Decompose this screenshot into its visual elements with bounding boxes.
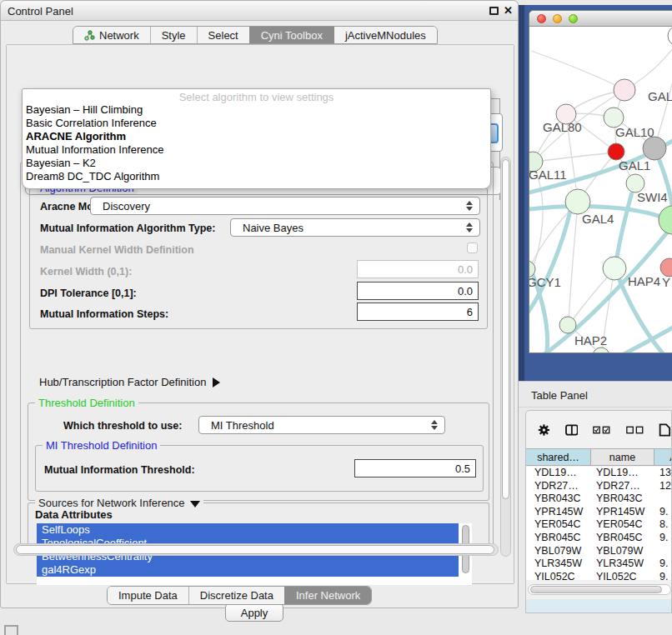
network-node-label: Y — [662, 275, 670, 289]
mi-threshold-label: Mutual Information Threshold: — [44, 464, 195, 476]
node-table[interactable]: YDL19…YDL19…13YDR27…YDR27…12YBR043CYBR04… — [526, 467, 672, 580]
column-header-shared-name[interactable]: shared… — [526, 449, 591, 465]
table-row[interactable]: YBL079WYBL079W — [526, 545, 672, 558]
scrollbar-thumb[interactable] — [16, 545, 494, 554]
table-row[interactable]: YDR27…YDR27…12 — [526, 480, 672, 493]
kernel-width-label: Kernel Width (0,1): — [40, 266, 132, 278]
settings-horizontal-scrollbar[interactable] — [13, 543, 499, 556]
document-icon[interactable] — [659, 422, 671, 438]
algorithm-option[interactable]: Mutual Information Inference — [23, 143, 490, 157]
unchecked-columns-icon[interactable] — [626, 425, 644, 435]
collapse-down-icon — [190, 501, 200, 508]
algorithm-option[interactable]: Bayesian – Hill Climbing — [23, 103, 490, 117]
table-row[interactable]: YLR345WYLR345W9. — [526, 558, 672, 571]
network-desktop-edge — [519, 5, 524, 381]
table-cell: 9. — [654, 532, 672, 545]
tab-network[interactable]: Network — [73, 27, 150, 43]
mi-threshold-definition-title: MI Threshold Definition — [43, 439, 160, 452]
minimize-traffic-icon[interactable] — [553, 14, 562, 23]
scrollbar-thumb[interactable] — [502, 159, 509, 499]
network-node[interactable] — [603, 257, 626, 280]
table-row[interactable]: YIL052CYIL052C9. — [526, 571, 672, 580]
network-node[interactable] — [668, 27, 672, 46]
scrollbar-thumb[interactable] — [530, 586, 662, 593]
network-node[interactable] — [593, 348, 609, 353]
network-edge-thick[interactable] — [615, 192, 632, 268]
control-panel-window: Control Panel ✕ Network Style Select Cyn… — [0, 0, 519, 608]
threshold-definition-group: Threshold Definition Which threshold to … — [28, 402, 489, 501]
cyni-bottom-tabbar: Impute Data Discretize Data Infer Networ… — [107, 586, 372, 605]
algorithm-option[interactable]: Dream8 DC_TDC Algorithm — [23, 170, 490, 183]
manual-kernel-checkbox[interactable] — [467, 242, 478, 253]
column-header-name[interactable]: name — [591, 449, 654, 465]
close-traffic-icon[interactable] — [537, 14, 546, 23]
apply-button[interactable]: Apply — [225, 603, 283, 622]
settings-vertical-scrollbar[interactable] — [500, 157, 511, 557]
tab-discretize-data[interactable]: Discretize Data — [188, 587, 284, 604]
network-edge[interactable] — [534, 152, 615, 162]
table-row[interactable]: YBR043CYBR043C — [526, 492, 672, 506]
table-panel-titlebar[interactable]: Table Panel — [519, 381, 672, 408]
network-node[interactable] — [659, 206, 672, 234]
cyni-algorithm-settings-group: Cyni Algorithm Settings Algorithm Defini… — [20, 162, 494, 553]
table-cell: YBR043C — [526, 492, 591, 506]
algorithm-option[interactable]: ARACNE Algorithm — [23, 130, 490, 143]
table-row[interactable]: YER054CYER054C8. — [526, 518, 672, 532]
aracne-mode-combobox[interactable]: Discovery — [90, 197, 480, 215]
algorithm-option[interactable]: Basic Correlation Inference — [23, 117, 490, 130]
tab-cyni-toolbox[interactable]: Cyni Toolbox — [249, 27, 333, 43]
which-threshold-combobox[interactable]: MI Threshold — [198, 416, 445, 434]
tab-select[interactable]: Select — [197, 27, 249, 43]
mi-steps-input[interactable]: 6 — [357, 302, 479, 321]
table-horizontal-scrollbar[interactable] — [528, 584, 671, 595]
network-edge[interactable] — [531, 51, 624, 89]
kernel-width-input[interactable]: 0.0 — [357, 260, 479, 278]
attribute-list-item[interactable]: gal4RGexp — [37, 563, 459, 577]
algorithm-option[interactable]: Bayesian – K2 — [23, 157, 490, 170]
network-icon — [84, 30, 95, 41]
network-node[interactable] — [643, 137, 666, 160]
checked-columns-icon[interactable] — [593, 425, 610, 435]
table-cell: YDL19… — [526, 467, 591, 480]
network-node[interactable] — [565, 189, 590, 214]
network-node-label: GAL11 — [529, 168, 567, 182]
table-cell: 9. — [654, 571, 672, 580]
table-cell — [654, 492, 672, 506]
algorithm-dropdown-popup: Select algorithm to view settings Bayesi… — [22, 88, 491, 189]
columns-icon[interactable] — [565, 423, 579, 437]
network-canvas[interactable]: GALGAL80GAL10GAL1GAL11SWI4GAL4GCY1HAP4YH… — [529, 27, 672, 353]
tab-jactivemnodules[interactable]: jActiveMNodules — [333, 27, 437, 43]
attribute-list-item[interactable]: SelfLoops — [37, 523, 459, 537]
table-header-row: shared… name A — [526, 448, 672, 466]
tab-infer-network[interactable]: Infer Network — [284, 587, 371, 604]
table-cell: YBR045C — [591, 532, 654, 545]
mi-threshold-input[interactable]: 0.5 — [354, 459, 476, 478]
control-panel-titlebar[interactable]: Control Panel ✕ — [1, 1, 518, 21]
table-cell: YBR043C — [591, 492, 654, 506]
table-row[interactable]: YDL19…YDL19…13 — [526, 467, 672, 480]
network-edge[interactable] — [569, 203, 578, 324]
close-icon[interactable]: ✕ — [504, 4, 513, 17]
network-view-window: GALGAL80GAL10GAL1GAL11SWI4GAL4GCY1HAP4YH… — [529, 10, 672, 353]
network-node[interactable] — [559, 317, 576, 333]
dpi-tolerance-input[interactable]: 0.0 — [357, 282, 479, 300]
table-row[interactable]: YBR045CYBR045C9. — [526, 532, 672, 545]
zoom-traffic-icon[interactable] — [569, 14, 578, 23]
mi-type-combobox[interactable]: Naive Bayes — [230, 218, 480, 237]
network-node[interactable] — [614, 79, 635, 101]
network-window-titlebar[interactable] — [529, 11, 672, 27]
network-node[interactable] — [660, 258, 672, 277]
restore-icon[interactable] — [489, 7, 499, 15]
table-row[interactable]: YPR145WYPR145W9. — [526, 506, 672, 519]
network-node[interactable] — [608, 143, 624, 160]
column-header-clipped[interactable]: A — [654, 449, 672, 465]
minimized-panel-icon[interactable] — [4, 625, 18, 635]
tab-style[interactable]: Style — [150, 27, 197, 43]
network-node-label: HAP4 — [628, 274, 660, 288]
hub-definition-expander[interactable]: Hub/Transcription Factor Definition — [39, 376, 220, 388]
control-panel-title: Control Panel — [8, 5, 73, 18]
gear-icon[interactable] — [538, 422, 550, 438]
table-cell: YPR145W — [526, 506, 591, 519]
tab-network-label: Network — [99, 29, 139, 42]
tab-impute-data[interactable]: Impute Data — [108, 587, 188, 604]
